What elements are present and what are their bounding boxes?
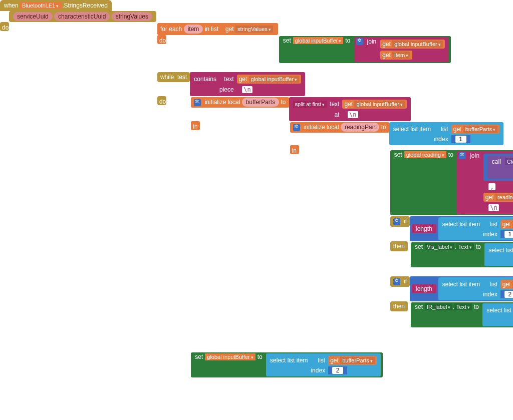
split-block[interactable]: split at first▾ text get global inputBuf… xyxy=(289,97,411,121)
set-inputbuffer-join[interactable]: set global inputBuffer▾ to join get xyxy=(279,36,451,63)
get-inputbuffer-2[interactable]: get global inputBuffer▾ xyxy=(237,75,301,84)
select-list-item-4[interactable]: select list item list get xyxy=(438,277,513,300)
set-vis-label[interactable]: set Vis_label▾ . Text▾ to xyxy=(411,242,513,267)
inlist-label: in list xyxy=(205,26,218,33)
foreach-block[interactable]: for each item in list get stringValues▾ … xyxy=(157,23,451,71)
math-divide[interactable]: call Clock1▾ .GetMillis xyxy=(483,154,513,181)
string-newline-3[interactable]: " \n " xyxy=(483,204,504,212)
gear-icon[interactable] xyxy=(393,278,400,285)
number-1[interactable]: 1 xyxy=(451,135,470,143)
get-readingpair-3[interactable]: get readingPair▾ xyxy=(500,220,513,229)
compare-1[interactable]: length select list item xyxy=(410,216,513,241)
event-method: .StringsReceived xyxy=(62,2,108,9)
init-bufferparts[interactable]: initialize local bufferParts to sp xyxy=(191,97,513,351)
number-idx2[interactable]: 2 xyxy=(500,290,513,298)
set-inputbuffer-last[interactable]: set global inputBuffer▾ to select list i… xyxy=(191,352,382,377)
foreach-label: for each xyxy=(160,26,182,33)
compare-2[interactable]: length select list item xyxy=(410,276,513,301)
get-stringValues[interactable]: get stringValues▾ xyxy=(223,25,275,34)
init-readingpair[interactable]: initialize local readingPair to xyxy=(290,122,513,343)
param-characteristicUuid: characteristicUuid xyxy=(54,12,110,21)
get-inputbuffer-3[interactable]: get global inputBuffer▾ xyxy=(342,100,406,109)
clock-getmillis[interactable]: call Clock1▾ .GetMillis xyxy=(487,156,513,179)
gear-icon[interactable] xyxy=(393,218,400,225)
get-inputbuffer[interactable]: get global inputBuffer▾ xyxy=(380,40,444,49)
get-bufferparts[interactable]: get bufferParts▾ xyxy=(451,125,500,134)
string-comma[interactable]: " , " xyxy=(483,183,500,191)
if-block-2[interactable]: if length xyxy=(390,276,513,335)
set-global-reading[interactable]: set global reading▾ to join xyxy=(390,150,513,215)
select-list-item-3[interactable]: select list item list get xyxy=(484,243,513,266)
event-component[interactable]: BluetoothLE1▾ xyxy=(20,2,62,9)
gear-icon[interactable] xyxy=(293,124,300,131)
set-ir-label[interactable]: set IR_label▾ . Text▾ to xyxy=(411,302,513,327)
foreach-do: do xyxy=(159,35,164,44)
foreach-var[interactable]: item xyxy=(184,25,203,34)
event-block[interactable]: when BluetoothLE1▾ .StringsReceived serv… xyxy=(0,0,513,393)
number-idx2c[interactable]: 2 xyxy=(328,366,347,374)
while-block[interactable]: while test contains text get xyxy=(157,72,513,385)
get-readingpair-5[interactable]: get readingPair▾ xyxy=(500,280,513,289)
length-2[interactable]: length xyxy=(412,284,436,293)
contains-block[interactable]: contains text get global inputBuffer▾ xyxy=(190,72,305,96)
if-block-1[interactable]: if length xyxy=(390,216,513,275)
when-label: when xyxy=(4,2,19,9)
string-newline-1[interactable]: " \n " xyxy=(237,86,258,94)
get-readingpair-1[interactable]: get readingPair▾ xyxy=(483,193,513,202)
do-label: do xyxy=(2,22,7,31)
gear-icon[interactable] xyxy=(356,38,363,45)
get-item[interactable]: get item▾ xyxy=(380,51,412,60)
select-list-item-1[interactable]: select list item list get bufferParts▾ xyxy=(389,122,504,145)
select-list-item-6[interactable]: select list item list get bufferParts▾ xyxy=(266,353,381,376)
get-bufferparts-2[interactable]: get bufferParts▾ xyxy=(328,356,377,365)
select-list-item-5[interactable]: select list item list get xyxy=(482,303,513,326)
param-serviceUuid: serviceUuid xyxy=(13,12,53,21)
gear-icon[interactable] xyxy=(459,152,466,159)
gear-icon[interactable] xyxy=(194,99,201,106)
param-stringValues: stringValues xyxy=(112,12,152,21)
string-newline-2[interactable]: " \n " xyxy=(342,111,363,119)
math-subtract[interactable]: call Clock1▾ .GetMillis xyxy=(485,155,513,180)
length-1[interactable]: length xyxy=(412,224,436,233)
select-list-item-2[interactable]: select list item list get xyxy=(438,217,513,240)
number-idx1[interactable]: 1 xyxy=(500,230,513,238)
